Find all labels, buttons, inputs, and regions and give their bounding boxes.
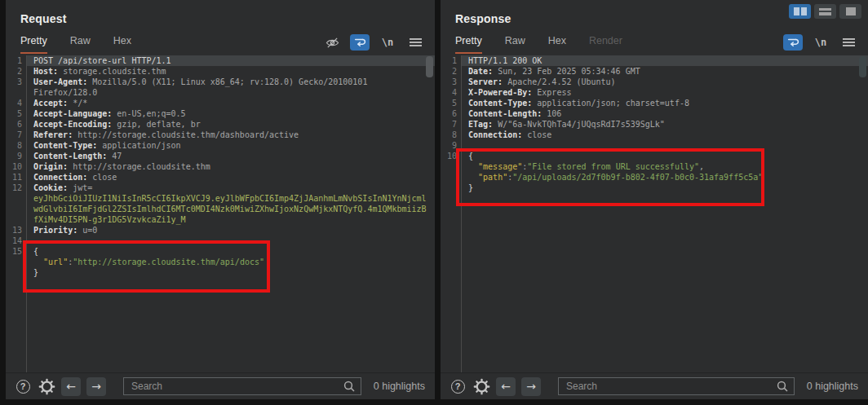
response-editor[interactable]: 12345678910 HTTP/1.1 200 OKDate: Sun, 23… [441, 54, 868, 372]
response-toolbar: \n [783, 34, 858, 54]
tab-raw[interactable]: Raw [70, 35, 91, 54]
code-token: { [33, 247, 38, 256]
response-scrollbar-thumb[interactable] [859, 56, 866, 77]
response-tabs: PrettyRawHexRender [455, 35, 783, 54]
line-number: 11 [6, 172, 26, 183]
code-line: X-Powered-By: Express [462, 87, 868, 98]
line-number: 8 [6, 140, 26, 151]
settings-gear-icon[interactable] [472, 377, 490, 395]
code-token: Referer: [33, 130, 73, 139]
response-title: Response [455, 12, 512, 25]
request-highlights-count: 0 highlights [374, 381, 425, 392]
code-token: "http://storage.cloudsite.thm/api/docs" [73, 258, 264, 266]
code-line: User-Agent: Mozilla/5.0 (X11; Linux x86_… [27, 77, 435, 87]
word-wrap-icon[interactable] [783, 34, 803, 51]
line-number: 5 [6, 108, 26, 119]
code-line: Host: storage.cloudsite.thm [27, 66, 435, 77]
newline-icon[interactable]: \n [811, 34, 830, 51]
line-number: 6 [6, 119, 26, 130]
code-token: , [699, 162, 704, 171]
line-number [441, 172, 461, 183]
code-token: Server: [468, 77, 503, 86]
code-line [27, 236, 435, 246]
back-icon[interactable]: ← [61, 377, 81, 396]
request-editor[interactable]: 123456789101112131415 POST /api/store-ur… [6, 54, 435, 372]
code-token: Host: [33, 67, 58, 76]
tab-hex[interactable]: Hex [113, 35, 131, 54]
code-line: { [462, 151, 868, 161]
code-token: { [468, 152, 473, 161]
help-icon[interactable]: ? [14, 377, 32, 395]
forward-icon[interactable]: → [86, 377, 106, 396]
code-token: Priority: [33, 226, 78, 235]
code-line: Referer: http://storage.cloudsite.thm/da… [27, 130, 435, 140]
code-token: "File stored from URL successfully" [527, 162, 699, 171]
code-line: Connection: close [27, 172, 435, 183]
request-search-wrap [123, 377, 361, 395]
search-icon [776, 380, 789, 396]
forward-icon[interactable]: → [521, 377, 541, 396]
line-number [441, 161, 461, 172]
tab-pretty[interactable]: Pretty [455, 35, 482, 54]
code-token: 106 [542, 109, 561, 118]
code-token: } [468, 183, 473, 192]
menu-icon[interactable] [405, 34, 425, 51]
code-token: Apache/2.4.52 (Ubuntu) [503, 77, 615, 86]
code-token: fXiMv4DI5PN-g3r1DG5VzvkcaZi1y_M [33, 215, 186, 224]
code-line: { [27, 246, 435, 257]
code-token: Firefox/128.0 [33, 88, 97, 97]
code-token: } [33, 268, 38, 277]
response-tab-row: PrettyRawHexRender \n [441, 33, 868, 54]
menu-icon[interactable] [839, 34, 858, 51]
code-token: Accept: [33, 99, 68, 108]
code-token: HTTP/1.1 200 OK [468, 56, 542, 65]
layout-split-rows-icon[interactable] [814, 4, 836, 19]
hide-icon[interactable] [322, 34, 342, 51]
request-header: Request [6, 0, 435, 33]
tab-render[interactable]: Render [589, 35, 622, 54]
line-number [6, 87, 26, 98]
code-token: close [522, 130, 551, 139]
panel-divider[interactable] [435, 0, 441, 399]
response-highlights-count: 0 highlights [807, 381, 858, 392]
line-number: 4 [6, 98, 26, 108]
request-search-input[interactable] [123, 377, 361, 395]
response-line-numbers: 12345678910 [441, 55, 462, 372]
layout-single-pane-icon[interactable] [839, 4, 861, 19]
line-number: 14 [6, 236, 26, 246]
code-line: Accept-Language: en-US,en;q=0.5 [27, 108, 435, 119]
response-search-input[interactable] [558, 377, 795, 395]
request-scrollbar-thumb[interactable] [426, 56, 433, 77]
code-token: POST /api/store-url HTTP/1.1 [33, 56, 171, 65]
help-icon[interactable]: ? [449, 377, 467, 395]
code-token: Content-Type: [33, 141, 97, 150]
line-number: 12 [6, 183, 26, 193]
code-token: jwt= [68, 183, 92, 192]
word-wrap-icon[interactable] [350, 34, 370, 51]
window-edge-bottom [0, 399, 868, 405]
tab-hex[interactable]: Hex [548, 35, 566, 54]
settings-gear-icon[interactable] [38, 377, 55, 395]
code-line: } [27, 267, 435, 278]
response-search-wrap [558, 377, 795, 395]
tab-pretty[interactable]: Pretty [20, 35, 47, 54]
back-icon[interactable]: ← [496, 377, 516, 396]
code-line [462, 140, 868, 151]
line-number [441, 183, 461, 193]
request-panel: Request PrettyRawHex \n [6, 0, 435, 399]
layout-split-columns-icon[interactable] [789, 4, 811, 19]
request-line-numbers: 123456789101112131415 [6, 55, 27, 372]
line-number: 9 [441, 140, 461, 151]
line-number [6, 204, 26, 214]
code-token: application/json; charset=utf-8 [532, 99, 689, 108]
newline-icon[interactable]: \n [378, 34, 397, 51]
search-icon [343, 380, 356, 396]
tab-raw[interactable]: Raw [505, 35, 525, 54]
code-token: Accept-Language: [33, 109, 112, 118]
line-number: 2 [6, 66, 26, 77]
code-token: Content-Length: [468, 109, 542, 118]
line-number [6, 193, 26, 204]
code-token: wdGlvbiI6ImFjdGl2ZSIsImlhdCI6MTc0MDI4Nzk… [33, 205, 427, 214]
code-token: X-Powered-By: [468, 88, 532, 97]
code-token: User-Agent: [33, 77, 87, 86]
